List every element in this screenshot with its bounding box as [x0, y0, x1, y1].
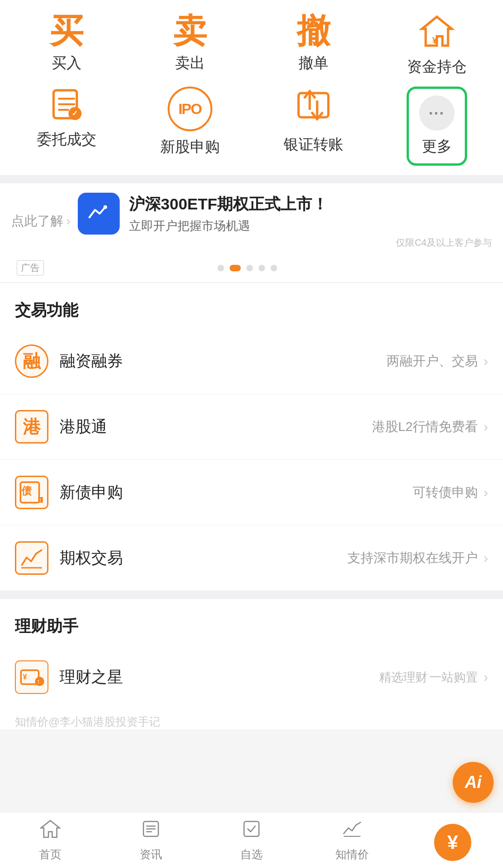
portfolio-icon	[342, 819, 362, 844]
bond-icon: 债 ↑	[18, 478, 46, 506]
sell-label: 卖出	[175, 53, 205, 74]
trading-section-header: 交易功能	[0, 283, 503, 329]
more-border: ··· 更多	[407, 87, 467, 166]
trading-section-title: 交易功能	[15, 301, 78, 319]
banner-inner: 沪深300ETF期权正式上市！ 立即开户把握市场机遇	[78, 193, 492, 235]
ai-badge-text: Ai	[465, 773, 482, 792]
ipo-action[interactable]: IPO 新股申购	[128, 87, 252, 166]
svg-line-16	[31, 554, 36, 561]
svg-rect-28	[244, 821, 259, 836]
nav-news[interactable]: 资讯	[101, 819, 201, 862]
svg-text:↑: ↑	[39, 496, 42, 504]
margin-chevron-icon: ›	[483, 353, 488, 369]
banner-ad-tag: 广告	[17, 260, 44, 276]
hk-desc: 港股L2行情免费看	[372, 418, 478, 436]
banner-bottom-row: 广告	[0, 258, 503, 282]
wealth-chevron-icon: ›	[483, 669, 488, 685]
nav-home-label: 首页	[39, 847, 61, 862]
options-chevron-icon: ›	[483, 550, 488, 566]
bond-badge: 债 ↑	[15, 476, 48, 509]
nav-portfolio[interactable]: 知情价	[302, 819, 402, 862]
svg-text:¥: ¥	[23, 673, 27, 681]
margin-item[interactable]: 融 融资融券 两融开户、交易 ›	[0, 329, 503, 394]
banner-dots	[44, 265, 451, 271]
svg-line-14	[22, 558, 27, 565]
margin-badge-text: 融	[23, 350, 41, 373]
svg-text:✓: ✓	[72, 109, 78, 117]
more-dots-icon: ···	[428, 104, 444, 122]
nav-news-label: 资讯	[140, 847, 162, 862]
banner-dot-3	[246, 265, 253, 271]
margin-badge: 融	[15, 344, 48, 378]
wealth-icon: ¥ ↑	[18, 664, 45, 691]
finance-section: 理财助手 ¥ ↑ 理财之星 精选理财 一站购置 ›	[0, 599, 503, 714]
banner-link-text: 点此了解	[11, 212, 63, 230]
wealth-badge: ¥ ↑	[15, 660, 48, 694]
banner-logo-icon	[86, 201, 112, 227]
svg-text:¥: ¥	[432, 35, 438, 46]
cancel-label: 撤单	[299, 53, 328, 74]
banner-text-area: 沪深300ETF期权正式上市！ 立即开户把握市场机遇	[129, 194, 492, 234]
order-icon: ✓	[48, 87, 85, 124]
watermark-text: 知情价@李小猫港股投资手记	[15, 715, 160, 728]
ai-badge[interactable]: Ai	[453, 762, 494, 803]
sell-icon: 卖	[173, 14, 207, 47]
transfer-label: 银证转账	[284, 135, 343, 155]
options-item[interactable]: 期权交易 支持深市期权在线开户 ›	[0, 525, 503, 591]
ipo-icon: IPO	[168, 87, 212, 131]
trade-yen-icon: ¥	[447, 831, 458, 854]
more-label: 更多	[422, 136, 452, 157]
options-name: 期权交易	[60, 547, 347, 569]
trade-circle-icon: ¥	[434, 824, 471, 861]
nav-trade[interactable]: ¥	[402, 824, 503, 857]
top-actions-grid: 买 买入 卖 卖出 撤 撤单 ¥ 资金持仓 ✓ 委托	[0, 0, 503, 175]
banner-chevron-icon: ›	[66, 214, 70, 229]
bond-desc: 可转债申购	[413, 484, 478, 501]
bond-chevron-icon: ›	[483, 484, 488, 500]
buy-icon: 买	[50, 14, 83, 47]
hk-name: 港股通	[60, 416, 372, 437]
banner-content-wrap: 沪深300ETF期权正式上市！ 立即开户把握市场机遇 仅限C4及以上客户参与	[78, 193, 492, 249]
wealth-desc: 精选理财	[379, 669, 428, 686]
fund-label: 资金持仓	[407, 57, 467, 77]
wealth-name: 理财之星	[60, 666, 379, 688]
trading-gap	[0, 591, 503, 599]
more-circle-bg: ···	[419, 95, 455, 131]
sell-action[interactable]: 卖 卖出	[128, 14, 252, 77]
svg-line-15	[27, 558, 31, 561]
svg-line-17	[36, 550, 41, 554]
fund-action[interactable]: ¥ 资金持仓	[375, 14, 498, 77]
cancel-icon: 撤	[297, 14, 330, 47]
watermark: 知情价@李小猫港股投资手记	[0, 714, 503, 729]
transfer-icon	[295, 87, 332, 129]
nav-watchlist-label: 自选	[240, 847, 263, 862]
hk-item[interactable]: 港 港股通 港股L2行情免费看 ›	[0, 394, 503, 460]
cancel-action[interactable]: 撤 撤单	[252, 14, 375, 77]
banner-note: 仅限C4及以上客户参与	[78, 236, 492, 249]
wealth-desc2: 一站购置	[429, 669, 478, 686]
banner-link[interactable]: 点此了解 ›	[11, 212, 70, 230]
options-icon	[18, 545, 45, 572]
buy-action[interactable]: 买 买入	[5, 14, 128, 77]
home-icon	[40, 819, 61, 844]
svg-marker-23	[41, 821, 60, 837]
order-label: 委托成交	[37, 129, 96, 150]
banner-logo	[78, 193, 120, 235]
nav-home[interactable]: 首页	[0, 819, 101, 862]
banner-dot-4	[258, 265, 265, 271]
svg-text:↑: ↑	[37, 678, 40, 685]
transfer-action[interactable]: 银证转账	[252, 87, 375, 166]
nav-watchlist[interactable]: 自选	[201, 819, 302, 862]
order-action[interactable]: ✓ 委托成交	[5, 87, 128, 166]
options-badge	[15, 541, 48, 575]
banner-row[interactable]: 点此了解 › 沪深300ETF期权正式上市！ 立即开户把握市场机遇 仅限C4及以…	[0, 183, 503, 258]
margin-desc: 两融开户、交易	[387, 352, 478, 370]
wealth-item[interactable]: ¥ ↑ 理财之星 精选理财 一站购置 ›	[0, 645, 503, 710]
svg-point-10	[103, 205, 107, 209]
more-action[interactable]: ··· 更多	[375, 87, 498, 166]
bond-item[interactable]: 债 ↑ 新债申购 可转债申购 ›	[0, 460, 503, 525]
margin-name: 融资融券	[60, 350, 387, 372]
bond-name: 新债申购	[60, 482, 413, 503]
nav-portfolio-label: 知情价	[335, 847, 369, 862]
top-divider	[0, 175, 503, 183]
